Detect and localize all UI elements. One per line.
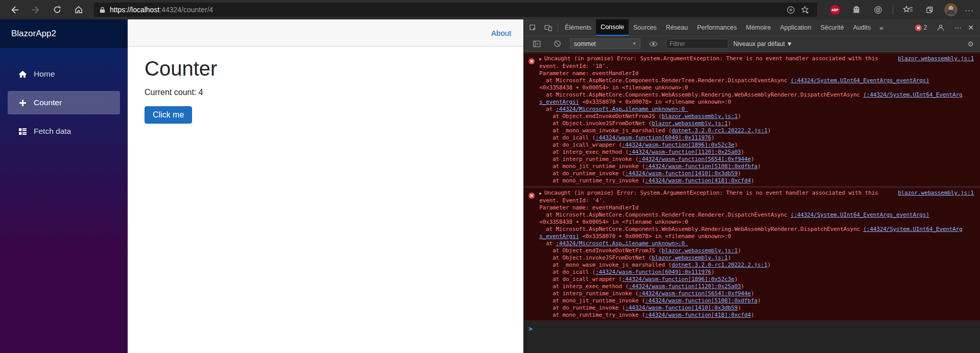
console-message-lines: ▶Uncaught (in promise) Error: System.Arg… — [539, 55, 980, 184]
context-selector-value: sommet — [574, 40, 596, 48]
console-line: at Object.invokeJSFromDotNet (blazor.web… — [539, 254, 974, 262]
forward-icon[interactable] — [28, 2, 44, 17]
error-icon — [524, 55, 539, 184]
tab-reseau[interactable]: Réseau — [661, 19, 692, 36]
error-count-badge[interactable]: 2 — [915, 24, 927, 31]
console-source-link[interactable]: :44324/wasm-function[6049]:0x111976 — [595, 269, 711, 275]
console-line: at :44324/Microsoft.Asp…ilename unknown>… — [539, 240, 974, 247]
adblock-extension-icon[interactable]: ABP — [827, 2, 843, 17]
console-source-link[interactable]: :44324/Microsoft.Asp…ilename unknown>:0 — [556, 106, 688, 112]
console-source-link[interactable]: :44324/wasm-function[5108]:0xdfbfa — [645, 163, 757, 170]
about-link[interactable]: About — [491, 29, 511, 37]
console-source-link[interactable]: (:44324/System.UInt64_EventArgs_eventArg… — [791, 211, 929, 218]
tab-performances[interactable]: Performances — [692, 19, 742, 36]
expand-caret-icon[interactable]: ▶ — [539, 190, 542, 197]
browser-home-icon[interactable] — [70, 2, 87, 17]
inspect-element-icon[interactable] — [527, 22, 538, 33]
console-source-link[interactable]: dotnet.3.2.0-rc1.20222.2.js:1 — [672, 262, 768, 268]
console-source-link[interactable]: :44324/wasm-function[1120]:0x25a03 — [629, 283, 741, 290]
console-line: ▶Uncaught (in promise) Error: System.Arg… — [539, 190, 974, 197]
profile-avatar[interactable] — [944, 3, 958, 16]
log-levels-dropdown[interactable]: Niveaux par défaut ▼ — [733, 40, 793, 48]
sidebar-item-fetch-data[interactable]: Fetch data — [8, 120, 120, 143]
console-text: ) — [737, 170, 740, 177]
console-text: <0x3358070 + 0x00078> in <filename unkno… — [579, 233, 731, 240]
console-line: at mono_runtime_try_invoke (:44324/wasm-… — [539, 177, 974, 184]
console-source-link[interactable]: :44324/wasm-function[1410]:0x3db59 — [625, 304, 737, 311]
tab-audits[interactable]: Audits — [848, 19, 875, 36]
close-icon[interactable]: ✕ — [968, 23, 974, 32]
eye-icon[interactable] — [648, 38, 659, 50]
console-source-link[interactable]: :44324/wasm-function[6049]:0x111976 — [595, 134, 711, 141]
console-source-link[interactable]: :44324/wasm-function[418]:0xcfd4 — [645, 177, 751, 184]
screen: https://localhost:44324/counter/4 ABP — [0, 0, 980, 353]
console-source-link[interactable]: :44324/wasm-function[5654]:0xf944e — [638, 290, 751, 297]
click-me-button[interactable]: Click me — [145, 106, 192, 124]
console-line: at _mono_wasm_invoke_js_marshalled (dotn… — [539, 127, 974, 134]
console-source-link[interactable]: :44324/wasm-function[418]:0xcfd4 — [645, 312, 751, 318]
console-source-link[interactable]: s_eventArgs) — [539, 99, 579, 105]
tab-console[interactable]: Console — [596, 19, 629, 36]
console-source-link[interactable]: :44324/wasm-function[1896]:0x52c3e — [622, 276, 734, 283]
console-sidebar-icon[interactable] — [531, 38, 542, 50]
expand-caret-icon[interactable]: ▶ — [539, 56, 542, 63]
context-selector[interactable]: sommet ▼ — [570, 38, 640, 49]
sidebar-item-counter[interactable]: Counter — [8, 91, 120, 114]
sidebar-item-home[interactable]: Home — [8, 62, 120, 86]
console-source-link[interactable]: blazor.webassembly.js:1 — [652, 254, 728, 261]
toolbar-divider — [893, 5, 893, 15]
console-source-link[interactable]: blazor.webassembly.js:1 — [888, 55, 974, 62]
gear-icon[interactable]: ⚙ — [967, 40, 976, 48]
console-source-link[interactable]: (:44324/System.UInt64_EventArg — [863, 91, 962, 98]
console-source-link[interactable]: :44324/wasm-function[1896]:0x52c3e — [622, 142, 734, 148]
console-line: at do_icall (:44324/wasm-function[6049]:… — [539, 134, 974, 142]
console-source-link[interactable]: s_eventArgs) — [539, 233, 579, 240]
tab-securite[interactable]: Sécurité — [816, 19, 849, 36]
console-prompt[interactable]: > — [524, 322, 980, 333]
console-source-link[interactable]: (:44324/System.UInt64_EventArgs_eventArg… — [791, 77, 929, 84]
console-line: at _mono_wasm_invoke_js_marshalled (dotn… — [539, 262, 974, 269]
console-source-link[interactable]: blazor.webassembly.js:1 — [662, 113, 738, 120]
console-line: at Object.endInvokeDotNetFromJS (blazor.… — [539, 247, 974, 254]
tab-application[interactable]: Application — [775, 19, 816, 36]
console-source-link[interactable]: dotnet.3.2.0-rc1.20222.2.js:1 — [672, 127, 768, 134]
favorites-bar-icon[interactable] — [900, 2, 916, 17]
back-icon[interactable] — [6, 2, 22, 17]
tab-elements[interactable]: Éléments — [560, 19, 596, 36]
console-text: at Microsoft.AspNetCore.Components.Rende… — [539, 211, 791, 218]
console-text: at mono_jit_runtime_invoke ( — [539, 297, 645, 304]
console-source-link[interactable]: :44324/Microsoft.Asp…ilename unknown>:0 — [556, 240, 688, 247]
tab-memoire[interactable]: Mémoire — [742, 19, 776, 36]
add-favorite-icon[interactable] — [798, 3, 812, 16]
page-action-icon[interactable] — [783, 3, 798, 16]
refresh-icon[interactable] — [49, 2, 65, 17]
console-text: <0x3358438 + 0x00054> in <filename unkno… — [539, 219, 688, 225]
address-bar[interactable]: https://localhost:44324/counter/4 — [94, 3, 817, 17]
filter-input[interactable] — [666, 39, 728, 49]
console-source-link[interactable]: :44324/wasm-function[1410]:0x3db59 — [625, 170, 737, 177]
home-icon — [18, 69, 27, 79]
console-source-link[interactable]: (:44324/System.UInt64_EventArg — [863, 226, 962, 232]
console-line: at do_icall_wrapper (:44324/wasm-functio… — [539, 276, 974, 283]
collections-icon[interactable] — [922, 2, 937, 17]
browser-menu-icon[interactable]: ··· — [965, 6, 974, 14]
list-icon — [18, 127, 27, 136]
overflow-menu-icon[interactable]: ⋯ — [954, 23, 962, 32]
clear-console-icon[interactable] — [552, 38, 563, 50]
more-tabs-icon[interactable]: » — [875, 24, 887, 32]
console-text: at do_runtime_invoke ( — [539, 170, 625, 177]
ghostery-extension-icon[interactable] — [849, 2, 864, 17]
console-source-link[interactable]: :44324/wasm-function[5108]:0xdfbfa — [645, 297, 757, 304]
app-brand[interactable]: BlazorApp2 — [0, 19, 128, 48]
console-source-link[interactable]: :44324/wasm-function[5654]:0xf944e — [638, 156, 751, 162]
console-source-link[interactable]: blazor.webassembly.js:1 — [652, 120, 728, 127]
console-source-link[interactable]: blazor.webassembly.js:1 — [888, 190, 974, 197]
device-toolbar-icon[interactable] — [542, 22, 554, 33]
console-source-link[interactable]: :44324/wasm-function[1120]:0x25a03 — [629, 149, 741, 155]
tab-sources[interactable]: Sources — [629, 19, 661, 36]
target-extension-icon[interactable] — [870, 2, 886, 17]
console-line: Parameter name: eventHandlerId — [539, 70, 974, 77]
profile-icon[interactable] — [935, 22, 946, 33]
console-source-link[interactable]: blazor.webassembly.js:1 — [662, 247, 738, 254]
main-content: Counter Current count: 4 Click me — [128, 46, 523, 353]
